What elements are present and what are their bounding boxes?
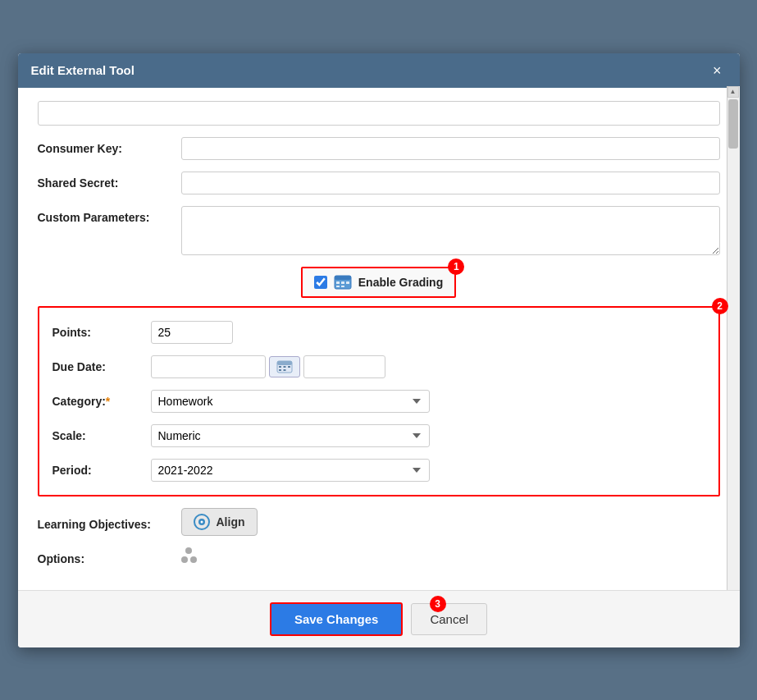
custom-parameters-label: Custom Parameters: [38,206,181,224]
due-time-input[interactable] [303,355,385,378]
points-label: Points: [52,326,151,339]
scrollbar[interactable]: ▲ [727,86,740,598]
align-icon [194,514,210,530]
options-dot-row-top [185,547,192,554]
grading-icon [334,275,352,290]
enable-grading-label: Enable Grading [358,276,443,289]
shared-secret-label: Shared Secret: [38,172,181,190]
cancel-button[interactable]: Cancel [411,603,487,635]
svg-rect-1 [335,276,351,280]
save-changes-button[interactable]: Save Changes [270,602,404,636]
shared-secret-input[interactable] [181,172,720,194]
category-label: Category:* [52,395,151,408]
svg-rect-4 [346,281,349,284]
svg-rect-12 [279,369,281,371]
modal-header: Edit External Tool × [18,53,740,88]
svg-rect-2 [336,281,340,284]
svg-rect-9 [279,366,281,368]
edit-external-tool-modal: Edit External Tool × ▲ Consumer Key: Sha… [18,53,740,647]
modal-title: Edit External Tool [31,63,135,77]
shared-secret-row: Shared Secret: [38,172,720,194]
options-dot-1 [185,547,192,554]
category-select[interactable]: Homework Quiz Test Project [151,390,430,413]
points-input[interactable] [151,321,233,344]
svg-rect-11 [288,366,290,368]
calendar-button[interactable] [269,356,300,377]
badge-1: 1 [448,258,464,275]
category-required: * [106,395,110,408]
calendar-icon [276,360,293,373]
due-date-row: Due Date: [52,355,705,378]
svg-rect-6 [341,286,344,287]
svg-point-16 [200,520,203,523]
align-button[interactable]: Align [181,508,258,536]
modal-footer: Save Changes 3 Cancel [18,590,740,647]
period-select[interactable]: 2021-2022 2022-2023 2023-2024 [151,459,430,482]
period-row: Period: 2021-2022 2022-2023 2023-2024 [52,459,705,482]
consumer-key-row: Consumer Key: [38,137,720,160]
svg-rect-3 [341,281,344,284]
modal-body: Consumer Key: Shared Secret: Custom Para… [18,88,740,590]
top-partial-row [38,101,720,126]
category-row: Category:* Homework Quiz Test Project [52,390,705,413]
align-btn-label: Align [217,515,245,528]
modal-overlay: Edit External Tool × ▲ Consumer Key: Sha… [0,0,757,700]
options-row: Options: [38,547,720,565]
enable-grading-checkbox[interactable] [314,276,327,289]
badge-3: 3 [430,596,446,612]
scale-label: Scale: [52,429,151,442]
learning-objectives-label: Learning Objectives: [38,513,181,531]
custom-parameters-row: Custom Parameters: [38,206,720,255]
due-date-label: Due Date: [52,360,151,373]
modal-close-button[interactable]: × [708,62,727,80]
scale-row: Scale: Numeric Letter Grade Pass/Fail [52,424,705,447]
enable-grading-section: Enable Grading 1 [38,267,720,298]
scroll-thumb[interactable] [728,99,738,149]
enable-grading-box: Enable Grading 1 [301,267,456,298]
due-date-wrapper [151,355,385,378]
custom-parameters-input[interactable] [181,206,720,255]
learning-objectives-row: Learning Objectives: Align [38,508,720,536]
points-row: Points: [52,321,705,344]
due-date-input[interactable] [151,355,266,378]
scale-select[interactable]: Numeric Letter Grade Pass/Fail [151,424,430,447]
options-dot-2 [181,556,188,563]
options-dot-3 [190,556,197,563]
svg-rect-8 [277,361,292,365]
options-label: Options: [38,547,181,565]
options-icon[interactable] [181,547,197,563]
scroll-up-arrow[interactable]: ▲ [727,86,739,98]
grading-details-section: 2 Points: Due Date: [38,306,720,496]
consumer-key-input[interactable] [181,137,720,160]
svg-rect-13 [283,369,285,371]
badge-2: 2 [712,298,728,314]
svg-rect-10 [283,366,285,368]
options-dot-row-bottom [181,556,197,563]
consumer-key-label: Consumer Key: [38,137,181,155]
svg-rect-5 [336,286,340,287]
period-label: Period: [52,464,151,477]
